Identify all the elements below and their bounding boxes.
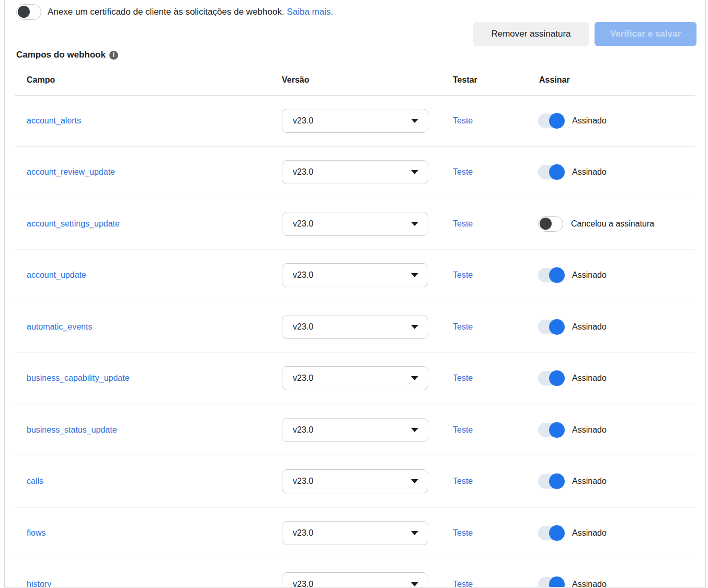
verify-and-save-button[interactable]: Verificar e salvar	[595, 22, 696, 46]
subscribe-status-label: Assinado	[572, 425, 607, 435]
field-link[interactable]: automatic_events	[27, 322, 92, 332]
column-header-field: Campo	[27, 75, 55, 85]
subscribe-cell: Assinado	[538, 474, 607, 489]
webhook-settings-panel: Anexe um certificado de cliente às solic…	[4, 0, 706, 587]
test-link[interactable]: Teste	[453, 528, 473, 538]
version-value: v23.0	[293, 528, 313, 538]
test-link[interactable]: Teste	[453, 322, 473, 332]
learn-more-link[interactable]: Saiba mais.	[287, 7, 333, 17]
version-value: v23.0	[293, 425, 313, 435]
subscribe-status-label: Assinado	[572, 116, 607, 126]
dropdown-arrow-icon	[411, 325, 418, 329]
toggle-knob	[549, 319, 565, 335]
version-dropdown[interactable]: v23.0	[282, 521, 428, 545]
subscribe-cell: Cancelou a assinatura	[538, 216, 654, 232]
client-cert-toggle[interactable]	[16, 4, 41, 20]
field-link[interactable]: account_review_update	[27, 167, 115, 177]
dropdown-arrow-icon	[411, 582, 418, 586]
table-row: flows v23.0 Teste Assinado	[15, 507, 695, 559]
subscribe-status-label: Assinado	[572, 528, 607, 538]
version-dropdown[interactable]: v23.0	[282, 315, 428, 339]
table-row: account_update v23.0 Teste Assinado	[15, 250, 695, 302]
subscribe-toggle[interactable]	[538, 474, 564, 489]
field-link[interactable]: account_alerts	[27, 116, 81, 126]
table-row: history v23.0 Teste Assinado	[15, 559, 695, 588]
action-buttons: Remover assinatura Verificar e salvar	[473, 22, 696, 46]
section-title-label: Campos do webhook	[16, 50, 106, 60]
field-link[interactable]: calls	[27, 477, 43, 486]
toggle-knob	[549, 576, 565, 587]
toggle-knob	[549, 422, 565, 438]
test-link[interactable]: Teste	[453, 167, 473, 177]
table-row: business_capability_update v23.0 Teste A…	[15, 353, 695, 405]
field-link[interactable]: history	[27, 580, 51, 587]
version-value: v23.0	[293, 116, 313, 126]
table-row: automatic_events v23.0 Teste Assinado	[15, 301, 695, 353]
subscribe-cell: Assinado	[538, 165, 607, 179]
version-dropdown[interactable]: v23.0	[282, 263, 428, 287]
test-link[interactable]: Teste	[453, 270, 473, 280]
client-cert-text: Anexe um certificado de cliente às solic…	[48, 7, 333, 17]
dropdown-arrow-icon	[411, 170, 418, 174]
subscribe-toggle[interactable]	[538, 320, 564, 334]
subscribe-status-label: Assinado	[572, 580, 607, 587]
toggle-knob	[549, 267, 565, 283]
test-link[interactable]: Teste	[453, 425, 473, 435]
subscribe-cell: Assinado	[538, 577, 607, 587]
field-link[interactable]: business_status_update	[27, 425, 117, 435]
dropdown-arrow-icon	[411, 222, 418, 226]
version-dropdown[interactable]: v23.0	[282, 469, 428, 493]
field-link[interactable]: account_settings_update	[27, 219, 120, 229]
version-value: v23.0	[293, 219, 313, 229]
toggle-knob	[549, 370, 565, 386]
version-dropdown[interactable]: v23.0	[282, 212, 428, 236]
webhook-rows: account_alerts v23.0 Teste Assinado acco…	[15, 95, 695, 587]
version-dropdown[interactable]: v23.0	[282, 366, 428, 390]
column-header-version: Versão	[282, 75, 309, 85]
table-row: business_status_update v23.0 Teste Assin…	[15, 404, 695, 456]
subscribe-toggle[interactable]	[538, 526, 564, 540]
field-link[interactable]: business_capability_update	[27, 374, 130, 383]
test-link[interactable]: Teste	[453, 580, 473, 587]
table-row: account_review_update v23.0 Teste Assina…	[15, 147, 695, 199]
test-link[interactable]: Teste	[453, 116, 473, 126]
subscribe-toggle[interactable]	[538, 165, 564, 179]
table-row: account_settings_update v23.0 Teste Canc…	[15, 198, 695, 250]
info-icon[interactable]: i	[109, 51, 118, 60]
dropdown-arrow-icon	[411, 376, 418, 380]
dropdown-arrow-icon	[411, 273, 418, 277]
subscribe-cell: Assinado	[538, 114, 607, 128]
subscribe-toggle[interactable]	[538, 371, 564, 386]
subscribe-status-label: Cancelou a assinatura	[571, 219, 654, 229]
subscribe-toggle[interactable]	[538, 114, 564, 128]
subscribe-toggle[interactable]	[538, 423, 564, 437]
subscribe-toggle[interactable]	[538, 577, 564, 587]
version-value: v23.0	[293, 580, 313, 587]
remove-subscription-button[interactable]: Remover assinatura	[473, 22, 589, 46]
toggle-knob	[549, 113, 565, 129]
test-link[interactable]: Teste	[453, 219, 473, 229]
subscribe-cell: Assinado	[538, 423, 607, 437]
toggle-knob	[540, 218, 552, 230]
subscribe-toggle[interactable]	[538, 268, 564, 282]
version-dropdown[interactable]: v23.0	[282, 418, 428, 442]
subscribe-toggle[interactable]	[538, 216, 563, 232]
table-row: calls v23.0 Teste Assinado	[15, 456, 695, 508]
toggle-knob	[549, 473, 565, 489]
subscribe-status-label: Assinado	[572, 167, 607, 177]
client-cert-banner: Anexe um certificado de cliente às solic…	[16, 4, 333, 20]
version-value: v23.0	[293, 167, 313, 177]
subscribe-cell: Assinado	[538, 526, 607, 540]
dropdown-arrow-icon	[411, 119, 418, 123]
subscribe-status-label: Assinado	[572, 374, 607, 383]
dropdown-arrow-icon	[411, 531, 418, 535]
test-link[interactable]: Teste	[453, 374, 473, 383]
test-link[interactable]: Teste	[453, 477, 473, 486]
version-dropdown[interactable]: v23.0	[282, 572, 428, 587]
field-link[interactable]: account_update	[27, 270, 86, 280]
field-link[interactable]: flows	[27, 528, 45, 538]
table-header: Campo Versão Testar Assinar	[15, 68, 695, 96]
subscribe-status-label: Assinado	[572, 322, 607, 332]
version-dropdown[interactable]: v23.0	[282, 160, 428, 184]
version-dropdown[interactable]: v23.0	[282, 109, 428, 133]
